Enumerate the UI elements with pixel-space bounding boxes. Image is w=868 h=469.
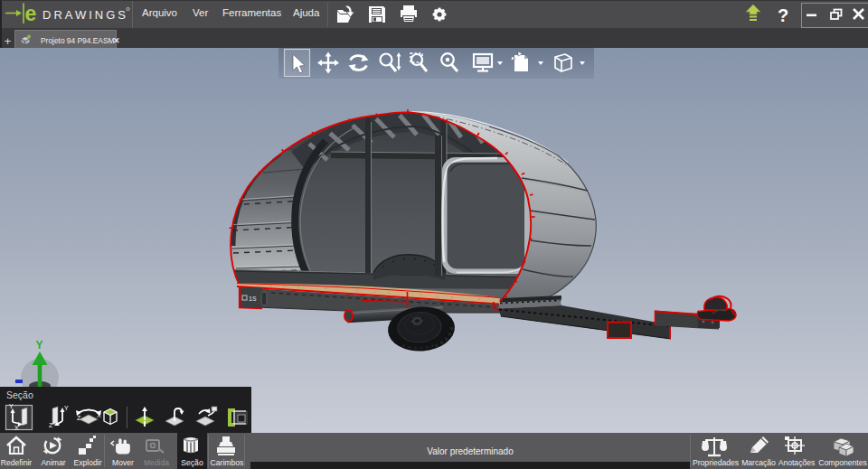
svg-text:Z: Z xyxy=(77,415,81,421)
svg-text:X: X xyxy=(97,412,101,418)
svg-text:Z: Z xyxy=(49,422,53,428)
svg-text:Y: Y xyxy=(64,405,69,411)
svg-text:Y: Y xyxy=(36,339,43,352)
svg-text:Y: Y xyxy=(9,403,14,409)
svg-text:1S: 1S xyxy=(249,295,257,302)
svg-text:X: X xyxy=(14,425,19,431)
